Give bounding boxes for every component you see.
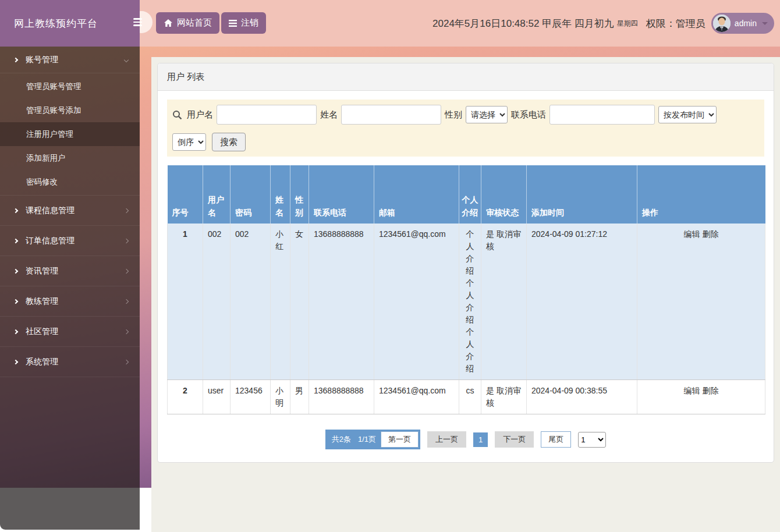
home-button-label: 网站首页	[177, 17, 212, 29]
home-button[interactable]: 网站首页	[156, 12, 219, 34]
sidebar-item-registered-user-manage[interactable]: 注册用户管理	[0, 122, 140, 146]
search-button[interactable]: 搜索	[212, 133, 246, 151]
gender-label: 性别	[445, 109, 462, 120]
avatar	[713, 15, 731, 32]
caret-down-icon	[762, 22, 768, 25]
total-count: 共2条	[332, 434, 351, 445]
name-label: 姓名	[320, 109, 338, 120]
brand-block: 网上教练预约平台	[0, 0, 140, 47]
sidebar-item-add-new-user[interactable]: 添加新用户	[0, 146, 140, 170]
order-select[interactable]: 倒序	[172, 133, 206, 151]
col-audit: 审核状态	[481, 165, 527, 224]
col-intro: 个人介绍	[459, 165, 481, 224]
col-seq: 序号	[168, 165, 203, 224]
sidebar-item-admin-account-add[interactable]: 管理员账号添加	[0, 98, 140, 122]
account-submenu: 管理员账号管理 管理员账号添加 注册用户管理 添加新用户 密码修改	[0, 73, 140, 196]
username-input[interactable]	[217, 105, 317, 125]
sidebar-section-news[interactable]: 资讯管理	[0, 256, 140, 286]
sidebar-section-course-info[interactable]: 课程信息管理	[0, 196, 140, 226]
sidebar-footer-block	[0, 488, 140, 530]
search-icon	[172, 110, 182, 120]
col-time: 添加时间	[527, 165, 637, 224]
col-password: 密码	[231, 165, 271, 224]
chevron-down-icon	[124, 57, 129, 62]
chevron-right-icon	[13, 299, 18, 303]
chevron-right-icon	[13, 268, 18, 273]
page-title: 用户 列表	[167, 72, 204, 83]
chevron-right-icon	[13, 57, 18, 62]
pagination-summary-group: 共2条 1/1页 第一页	[325, 430, 420, 449]
sidebar-section-account[interactable]: 账号管理	[0, 47, 140, 73]
edit-link[interactable]: 编辑	[684, 229, 700, 239]
time-sort-select[interactable]: 按发布时间	[658, 106, 717, 123]
col-ops: 操作	[637, 165, 765, 224]
sidebar-section-coach[interactable]: 教练管理	[0, 286, 140, 317]
pagination: 共2条 1/1页 第一页 上一页 1 下一页 尾页 1	[167, 430, 764, 449]
page-jump-select[interactable]: 1	[578, 432, 606, 448]
username-label: 用户名	[187, 109, 213, 120]
first-page-button[interactable]: 第一页	[381, 431, 419, 448]
hamburger-icon[interactable]	[133, 18, 142, 26]
user-table: 序号 用户名 密码 姓名 性别 联系电话 邮箱 个人介绍 审核状态 添加时间 操…	[167, 165, 765, 414]
sidebar-section-label: 账号管理	[26, 55, 58, 65]
chevron-right-icon	[124, 208, 129, 212]
panel-header: 用户 列表	[158, 63, 774, 91]
search-filter-bar: 用户名 姓名 性别 请选择 联系电话 按发布时间 倒序 搜索	[167, 100, 764, 157]
chevron-right-icon	[13, 359, 18, 364]
panel-body: 用户名 姓名 性别 请选择 联系电话 按发布时间 倒序 搜索 序号 用户名	[158, 91, 774, 449]
logout-button[interactable]: 注销	[221, 12, 266, 34]
header-right-area: 2024年5月16日10:48:52 甲辰年 四月初九 星期四 权限： 管理员 …	[432, 0, 774, 47]
phone-label: 联系电话	[511, 109, 546, 120]
sidebar-item-password-change[interactable]: 密码修改	[0, 170, 140, 194]
audit-cell: 是 取消审核	[481, 224, 527, 380]
chevron-right-icon	[124, 299, 129, 303]
last-page-button[interactable]: 尾页	[541, 431, 571, 448]
col-name: 姓名	[271, 165, 290, 224]
chevron-right-icon	[13, 208, 18, 212]
app-title: 网上教练预约平台	[14, 17, 98, 30]
col-phone: 联系电话	[309, 165, 374, 224]
ops-cell: 编辑 删除	[637, 380, 765, 414]
chevron-right-icon	[124, 238, 129, 243]
weekday-text: 星期四	[617, 19, 638, 29]
phone-input[interactable]	[549, 105, 655, 125]
chevron-right-icon	[13, 329, 18, 334]
delete-link[interactable]: 删除	[702, 386, 718, 395]
user-menu[interactable]: admin	[711, 13, 774, 34]
chevron-right-icon	[124, 329, 129, 334]
chevron-right-icon	[124, 359, 129, 364]
col-username: 用户名	[203, 165, 231, 224]
datetime-text: 2024年5月16日10:48:52 甲辰年 四月初九	[432, 17, 614, 30]
page-info: 1/1页	[358, 434, 376, 445]
sidebar-section-community[interactable]: 社区管理	[0, 317, 140, 347]
gender-select[interactable]: 请选择	[466, 106, 508, 123]
logout-list-icon	[229, 20, 237, 27]
current-page[interactable]: 1	[473, 432, 488, 447]
col-gender: 性别	[290, 165, 309, 224]
next-page-button[interactable]: 下一页	[495, 431, 534, 448]
sidebar-section-order-info[interactable]: 订单信息管理	[0, 226, 140, 256]
pagination-summary: 共2条 1/1页	[327, 433, 381, 446]
sidebar: 账号管理 管理员账号管理 管理员账号添加 注册用户管理 添加新用户 密码修改 课…	[0, 47, 140, 488]
username-label: admin	[735, 19, 757, 28]
table-row: 1 002 002 小红 女 13688888888 1234561@qq.co…	[168, 224, 765, 380]
ops-cell: 编辑 删除	[637, 224, 765, 380]
delete-link[interactable]: 删除	[702, 229, 718, 239]
table-header-row: 序号 用户名 密码 姓名 性别 联系电话 邮箱 个人介绍 审核状态 添加时间 操…	[168, 165, 765, 224]
user-list-panel: 用户 列表 用户名 姓名 性别 请选择 联系电话 按发布时间 倒序 搜索	[157, 63, 774, 463]
logout-button-label: 注销	[241, 17, 258, 29]
role-value: 管理员	[676, 17, 705, 30]
table-row: 2 user 123456 小明 男 13688888888 1234561@q…	[168, 380, 765, 414]
chevron-right-icon	[13, 238, 18, 243]
role-label: 权限：	[646, 17, 676, 30]
edit-link[interactable]: 编辑	[684, 386, 700, 395]
audit-cell: 是 取消审核	[481, 380, 527, 414]
chevron-right-icon	[124, 268, 129, 273]
prev-page-button[interactable]: 上一页	[427, 431, 466, 448]
sidebar-item-admin-account-manage[interactable]: 管理员账号管理	[0, 75, 140, 98]
sidebar-section-system[interactable]: 系统管理	[0, 347, 140, 377]
col-email: 邮箱	[374, 165, 459, 224]
name-input[interactable]	[341, 105, 441, 125]
home-icon	[164, 19, 173, 27]
top-header: 网上教练预约平台 网站首页 注销 2024年5月16日10:48:52 甲辰年 …	[0, 0, 780, 47]
